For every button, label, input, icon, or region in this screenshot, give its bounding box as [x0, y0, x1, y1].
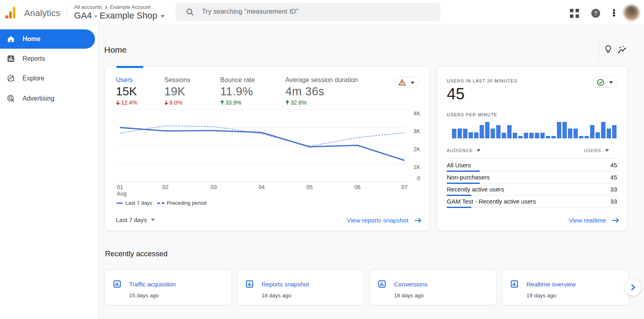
svg-text:Aug: Aug: [117, 190, 127, 197]
svg-text:04: 04: [258, 184, 265, 190]
svg-text:06: 06: [354, 184, 361, 190]
svg-text:01: 01: [117, 184, 123, 190]
svg-text:02: 02: [162, 184, 169, 190]
svg-text:07: 07: [401, 184, 408, 190]
svg-text:1K: 1K: [413, 164, 421, 170]
svg-text:3K: 3K: [413, 128, 421, 134]
svg-text:2K: 2K: [413, 146, 421, 152]
svg-text:03: 03: [211, 184, 217, 190]
svg-text:4K: 4K: [413, 110, 421, 117]
svg-text:?: ?: [594, 10, 597, 16]
svg-text:0: 0: [417, 175, 420, 181]
svg-text:05: 05: [306, 184, 313, 190]
